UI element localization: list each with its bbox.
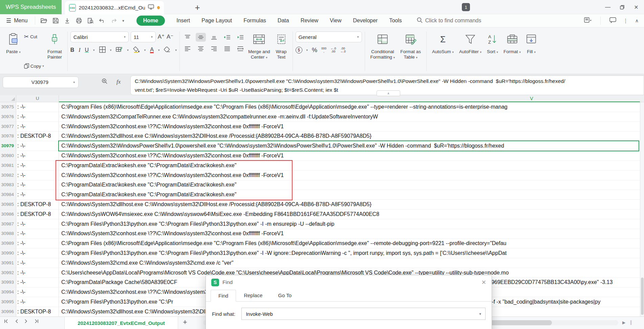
find-dialog-titlebar[interactable]: S Find ✕ [206,275,492,289]
row-number-cell[interactable]: 30983 [0,180,16,190]
u-cell[interactable]: : DESKTOP-8 [16,200,59,210]
zoom-formula-icon[interactable] [102,78,108,86]
u-cell[interactable]: : -\- [16,102,59,112]
row-number-cell[interactable]: 30992 [0,268,16,278]
u-cell[interactable]: : -\- [16,151,59,161]
close-button[interactable]: ✕ [630,2,643,12]
add-sheet-button[interactable]: + [183,318,187,327]
row-number-cell[interactable]: 30991 [0,258,16,268]
save-icon[interactable] [53,18,59,23]
font-size-select[interactable]: 11▾ [131,31,156,42]
row-number-cell[interactable]: 30978 [0,131,16,141]
row-number-cell[interactable]: 30980 [0,151,16,161]
v-cell[interactable]: C:\ProgramData\Extrac\kokesh.exe "C:\Pro… [59,161,640,171]
v-cell[interactable]: C:\Windows\SysWOW64\msiexec.exe C:\Windo… [59,210,640,219]
more-icon[interactable]: ⋮ [623,18,628,24]
row-number-cell[interactable]: 30995 [0,297,16,307]
row-number-cell[interactable]: 30989 [0,239,16,248]
new-tab-button[interactable]: + [192,2,203,13]
u-cell[interactable]: : DESKTOP-8 [16,307,59,316]
window-count-badge[interactable]: 1 [462,3,470,11]
align-top-button[interactable] [183,33,193,42]
collapse-ribbon-icon[interactable]: ∧ [635,18,639,23]
collapse-formula-bar-button[interactable]: ∧ [377,90,400,96]
u-cell[interactable]: : -\- [16,180,59,190]
menu-tab-review[interactable]: Review [301,18,318,24]
autofilter-button[interactable]: AutoFilter ▾ [456,30,484,72]
v-cell[interactable]: C:\Windows\System32\cmd.exe C:\Windows\s… [59,258,640,268]
percent-button[interactable]: % [312,47,317,54]
maximize-button[interactable] [616,2,628,12]
merge-center-button[interactable]: Merge and Center ▾ [245,30,273,72]
menu-tab-page-layout[interactable]: Page Layout [201,18,232,24]
format-as-table-button[interactable]: Format as Table ▾ [398,30,424,72]
v-cell[interactable]: C:\Windows\System32\conhost.exe \??\C:\W… [59,171,640,180]
v-cell[interactable]: C:\Program Files\Python313\python.exe "C… [59,248,640,258]
last-sheet-icon[interactable] [34,319,39,324]
u-cell[interactable]: : -\- [16,112,59,122]
undo-icon[interactable] [99,18,105,23]
cell-style-button[interactable] [116,46,123,54]
u-cell[interactable]: : -\- [16,122,59,132]
find-dialog-tab-find[interactable]: Find [211,290,236,302]
align-left-button[interactable] [183,44,193,53]
print-icon[interactable] [76,18,82,23]
menu-tab-tools[interactable]: Tools [389,18,402,24]
row-number-cell[interactable]: 30988 [0,229,16,239]
column-header-v[interactable]: V [521,95,542,102]
bold-button[interactable]: B [70,47,74,53]
row-number-cell[interactable]: 30993 [0,278,16,287]
v-cell[interactable]: C:\Windows\System32\conhost.exe \??\C:\W… [59,151,640,161]
first-sheet-icon[interactable] [4,319,9,324]
print-preview-icon[interactable] [88,18,93,23]
paste-button[interactable]: Paste ▾ [3,30,23,72]
row-number-cell[interactable]: 30979 [0,141,16,151]
u-cell[interactable]: : -\- [16,268,59,278]
u-cell[interactable]: : -\- [16,258,59,268]
fill-button[interactable]: Fill ▾ [523,30,539,72]
comment-icon[interactable] [609,17,616,24]
row-number-cell[interactable]: 30985 [0,200,16,210]
select-all-corner[interactable] [0,95,16,102]
menu-tab-view[interactable]: View [330,18,341,24]
u-cell[interactable]: : DESKTOP-8 [16,210,59,219]
minimize-button[interactable]: — [601,2,614,12]
v-cell[interactable]: C:\Program Files (x86)\Microsoft\Edge\Ap… [59,102,640,112]
u-cell[interactable]: : -\- [16,219,59,229]
switch-window-icon[interactable] [584,17,592,24]
row-number-cell[interactable]: 30984 [0,190,16,200]
column-header-u[interactable]: U [16,95,59,102]
menu-tab-insert[interactable]: Insert [176,18,190,24]
scroll-right-icon[interactable]: ▶ [622,320,625,325]
v-cell[interactable]: C:\Windows\System32\CompatTelRunner.exe … [59,112,640,122]
next-sheet-icon[interactable] [24,319,28,324]
row-number-cell[interactable]: 30981 [0,161,16,171]
v-cell[interactable]: C:\Windows\System32\conhost.exe \??\C:\W… [59,229,640,239]
row-number-cell[interactable]: 30982 [0,171,16,180]
conditional-formatting-button[interactable]: Conditional Formatting ▾ [368,30,398,72]
menu-tab-formulas[interactable]: Formulas [243,18,266,24]
menu-button[interactable]: ☰ Menu [0,17,33,24]
output-icon[interactable] [64,18,70,23]
row-number-cell[interactable]: 30996 [0,307,16,316]
align-right-button[interactable] [209,44,219,53]
u-cell[interactable]: : -\- [16,287,59,297]
u-cell[interactable]: : -\- [16,297,59,307]
open-file-icon[interactable] [41,18,47,23]
fill-color-button[interactable] [133,46,140,54]
v-cell[interactable]: C:\Windows\System32\conhost.exe \??\C:\W… [59,122,640,132]
increase-decimal-button[interactable]: ←.0 .00 [330,47,336,53]
currency-button[interactable]: $ [296,47,302,53]
find-what-input[interactable]: Invoke-Web ▾ [241,308,486,320]
wrap-text-button[interactable]: Wrap Text [273,30,290,72]
u-cell[interactable]: : DESKTOP-8 [16,131,59,141]
increase-indent-button[interactable] [235,33,245,42]
comma-style-button[interactable]: 000, [321,47,326,53]
borders-button[interactable] [99,46,106,54]
autosum-button[interactable]: Σ AutoSum ▾ [429,30,456,72]
grow-font-button[interactable]: A⁺ [158,31,165,42]
eraser-button[interactable] [164,47,171,54]
row-number-cell[interactable]: 30994 [0,287,16,297]
decrease-indent-button[interactable] [222,33,232,42]
row-number-cell[interactable]: 30987 [0,219,16,229]
